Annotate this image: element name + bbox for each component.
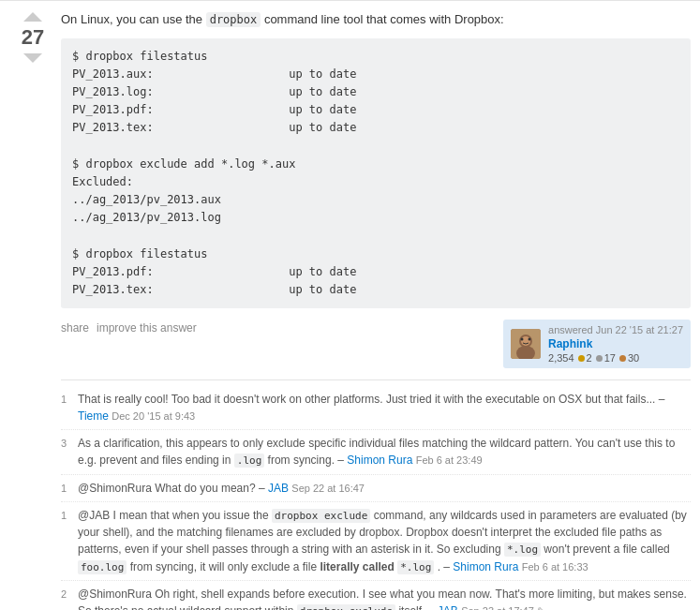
intro-text: On Linux, you can use the (61, 12, 202, 26)
comment-4-date: Feb 6 at 16:33 (522, 561, 588, 573)
comment-2-author[interactable]: Shimon Rura (347, 454, 412, 467)
svg-point-5 (529, 338, 531, 341)
comment-5-vote[interactable]: 2 (61, 586, 72, 610)
comment-5: 2 @ShimonRura Oh right, shell expands be… (61, 581, 691, 610)
comments-section: 1 That is really cool! Too bad it doesn'… (61, 379, 691, 610)
comment-3-date: Sep 22 at 16:47 (291, 483, 365, 494)
share-link[interactable]: share (61, 321, 89, 335)
vote-down-button[interactable] (23, 53, 42, 63)
bronze-dot (619, 355, 626, 362)
silver-badge: 17 (596, 352, 616, 364)
vote-cell: 27 (9, 10, 56, 610)
answer-body: On Linux, you can use the dropbox comman… (56, 10, 691, 610)
comment-3-vote[interactable]: 1 (61, 480, 72, 497)
comment-3-body: @ShimonRura What do you mean? – JAB Sep … (78, 480, 691, 497)
comment-1-author[interactable]: Tieme (78, 409, 109, 423)
gold-dot (578, 355, 585, 362)
comment-4-code1: dropbox exclude (272, 509, 370, 523)
user-card: answered Jun 22 '15 at 21:27 Raphink 2,3… (503, 320, 691, 368)
answered-text: answered Jun 22 '15 at 21:27 (548, 324, 683, 335)
comment-2-body: As a clarification, this appears to only… (78, 435, 691, 469)
vote-up-button[interactable] (23, 12, 42, 22)
improve-link[interactable]: improve this answer (97, 321, 197, 335)
answer-links: share improve this answer (61, 320, 197, 335)
comment-5-code: dropbox exclude (297, 604, 395, 610)
comment-2: 3 As a clarification, this appears to on… (61, 430, 691, 475)
silver-count: 17 (604, 352, 616, 364)
vote-count: 27 (22, 25, 44, 50)
gold-count: 2 (587, 352, 592, 364)
edit-icon[interactable]: ✎ (537, 605, 545, 610)
comment-1-date: Dec 20 '15 at 9:43 (112, 410, 195, 422)
comment-4-code2: *.log (504, 543, 541, 557)
comment-3: 1 @ShimonRura What do you mean? – JAB Se… (61, 475, 691, 502)
inline-code-dropbox: dropbox (206, 12, 261, 27)
avatar (511, 329, 541, 359)
comment-3-author[interactable]: JAB (268, 482, 289, 495)
gold-badge: 2 (578, 352, 592, 364)
comment-4-vote[interactable]: 1 (61, 507, 72, 576)
user-info: answered Jun 22 '15 at 21:27 Raphink 2,3… (548, 324, 683, 364)
comment-2-vote[interactable]: 3 (61, 435, 72, 469)
comment-5-date: Sep 23 at 17:47 (461, 605, 534, 610)
comment-4: 1 @JAB I mean that when you issue the dr… (61, 502, 691, 582)
bronze-count: 30 (628, 352, 639, 364)
comment-2-date: Feb 6 at 23:49 (416, 454, 483, 466)
intro-text2: command line tool that comes with Dropbo… (264, 12, 504, 26)
comment-2-code: .log (234, 454, 265, 468)
username[interactable]: Raphink (548, 337, 683, 350)
answer-container: 27 On Linux, you can use the dropbox com… (0, 0, 700, 610)
answer-meta: share improve this answer an (61, 320, 691, 368)
comment-5-author[interactable]: JAB (438, 604, 458, 610)
comment-4-body: @JAB I mean that when you issue the drop… (78, 507, 691, 576)
comment-4-literally: literally called (320, 560, 394, 573)
comment-5-body: @ShimonRura Oh right, shell expands befo… (78, 586, 691, 610)
rep-score: 2,354 (548, 352, 574, 364)
bronze-badge: 30 (619, 352, 639, 364)
comment-4-author[interactable]: Shimon Rura (453, 560, 518, 573)
comment-4-code3: foo.log (78, 560, 127, 574)
comment-1-body: That is really cool! Too bad it doesn't … (78, 391, 691, 424)
comment-1-vote[interactable]: 1 (61, 391, 72, 424)
svg-point-4 (521, 338, 524, 341)
comment-1: 1 That is really cool! Too bad it doesn'… (61, 386, 691, 430)
code-block-main: $ dropbox filestatus PV_2013.aux: up to … (61, 38, 691, 309)
user-reputation: 2,354 2 17 30 (548, 352, 683, 364)
comment-4-code4: *.log (397, 560, 434, 574)
answer-intro: On Linux, you can use the dropbox comman… (61, 10, 691, 29)
silver-dot (596, 355, 603, 362)
